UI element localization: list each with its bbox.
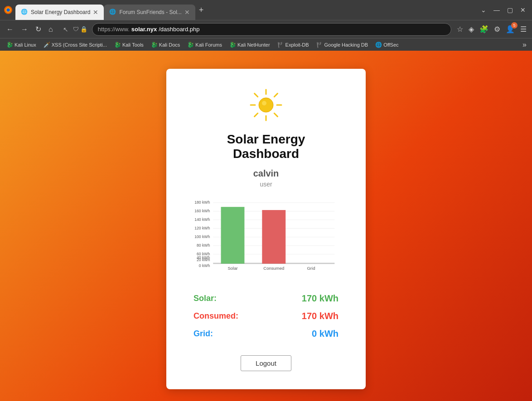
svg-point-11 bbox=[259, 98, 273, 112]
dashboard-title: Solar Energy Dashboard bbox=[193, 132, 339, 161]
logout-button[interactable]: Logout bbox=[241, 355, 291, 371]
xss-icon: 🗡️ bbox=[44, 42, 50, 48]
back-button[interactable]: ← bbox=[4, 24, 16, 35]
tab-forum-sunfriends[interactable]: 🌐 Forum SunFriends - Sol... ✕ bbox=[104, 5, 195, 20]
bookmark-kali-forums[interactable]: 🐉 Kali Forums bbox=[184, 41, 225, 49]
grid-metric-row: Grid: 0 kWh bbox=[193, 325, 339, 343]
url-domain: solar.nyx bbox=[131, 26, 157, 33]
kali-nethunter-icon: 🐉 bbox=[229, 42, 236, 48]
svg-line-8 bbox=[274, 113, 277, 116]
offsec-icon: 🌐 bbox=[375, 42, 382, 48]
solar-bar bbox=[221, 207, 245, 263]
tab1-favicon: 🌐 bbox=[21, 9, 28, 16]
tab-solar-dashboard[interactable]: 🌐 Solar Energy Dashboard ✕ bbox=[15, 5, 104, 20]
address-bar[interactable]: https://www.solar.nyx/dashboard.php bbox=[92, 23, 451, 36]
svg-text:Grid: Grid bbox=[307, 266, 315, 271]
bookmark-google-hacking[interactable]: 🏴 Google Hacking DB bbox=[314, 41, 371, 49]
forward-button[interactable]: → bbox=[18, 24, 31, 35]
bookmark-offsec[interactable]: 🌐 OffSec bbox=[372, 41, 401, 49]
tab-list-button[interactable]: ⌄ bbox=[478, 5, 489, 14]
consumed-bar bbox=[262, 210, 285, 263]
grid-value: 0 kWh bbox=[312, 329, 339, 339]
svg-text:140 kWh: 140 kWh bbox=[194, 217, 210, 222]
browser-chrome: 🌐 Solar Energy Dashboard ✕ 🌐 Forum SunFr… bbox=[0, 0, 532, 51]
close-button[interactable]: ✕ bbox=[517, 5, 528, 14]
sun-icon-container bbox=[193, 87, 339, 125]
menu-button[interactable]: ☰ bbox=[518, 23, 528, 35]
svg-text:0 kWh: 0 kWh bbox=[199, 263, 210, 268]
lock-icon: 🔒 bbox=[80, 26, 87, 33]
notifications-button[interactable]: 👤 5 bbox=[504, 23, 517, 35]
dashboard-card: Solar Energy Dashboard calvin user 180 k… bbox=[166, 69, 366, 389]
svg-line-7 bbox=[255, 94, 258, 97]
svg-line-9 bbox=[274, 94, 277, 97]
navigation-toolbar: ← → ↻ ⌂ ↖ 🛡 🔒 https://www.solar.nyx/dash… bbox=[0, 20, 532, 38]
new-tab-button[interactable]: + bbox=[195, 4, 208, 17]
solar-metric-row: Solar: 170 kWh bbox=[193, 290, 339, 307]
sun-icon bbox=[248, 87, 284, 123]
extensions-button[interactable]: 🧩 bbox=[478, 23, 490, 35]
svg-text:120 kWh: 120 kWh bbox=[194, 226, 210, 230]
chart-container: 180 kWh 160 kWh 140 kWh 120 kWh 100 kWh … bbox=[193, 199, 339, 279]
pocket-button[interactable]: ◈ bbox=[467, 23, 476, 35]
tab1-title: Solar Energy Dashboard bbox=[31, 9, 90, 15]
svg-text:20 kWh: 20 kWh bbox=[197, 258, 210, 262]
bookmark-kali-linux-label: Kali Linux bbox=[15, 42, 36, 48]
kali-linux-icon: 🐉 bbox=[6, 42, 13, 48]
cursor-icon: ↖ bbox=[63, 26, 68, 33]
kali-docs-icon: 🐉 bbox=[151, 42, 158, 48]
svg-text:Consumed: Consumed bbox=[263, 266, 284, 271]
tab1-close[interactable]: ✕ bbox=[93, 9, 98, 16]
bookmark-xss[interactable]: 🗡️ XSS (Cross Site Scripti... bbox=[41, 41, 110, 49]
bookmark-kali-docs[interactable]: 🐉 Kali Docs bbox=[148, 41, 183, 49]
maximize-button[interactable]: ▢ bbox=[504, 5, 516, 14]
bookmark-kali-tools[interactable]: 🐉 Kali Tools bbox=[111, 41, 146, 49]
firefox-icon bbox=[4, 5, 13, 14]
svg-text:80 kWh: 80 kWh bbox=[197, 243, 210, 248]
bookmark-kali-linux[interactable]: 🐉 Kali Linux bbox=[4, 41, 39, 49]
consumed-value: 170 kWh bbox=[302, 311, 339, 321]
shield-icon: 🛡 bbox=[73, 26, 79, 33]
svg-point-12 bbox=[262, 101, 266, 105]
url-path: /dashboard.php bbox=[159, 26, 199, 33]
username-display: calvin bbox=[193, 168, 339, 179]
tab2-close[interactable]: ✕ bbox=[184, 9, 190, 16]
data-metrics: Solar: 170 kWh Consumed: 170 kWh Grid: 0… bbox=[193, 290, 339, 343]
svg-text:160 kWh: 160 kWh bbox=[194, 209, 210, 213]
bookmark-kali-forums-label: Kali Forums bbox=[195, 42, 222, 48]
bar-chart: 180 kWh 160 kWh 140 kWh 120 kWh 100 kWh … bbox=[193, 199, 339, 277]
solar-label: Solar: bbox=[193, 294, 217, 303]
svg-text:Solar: Solar bbox=[227, 266, 237, 271]
bookmark-star-button[interactable]: ☆ bbox=[455, 23, 465, 35]
bookmark-google-hacking-label: Google Hacking DB bbox=[324, 42, 368, 48]
tab-list: 🌐 Solar Energy Dashboard ✕ 🌐 Forum SunFr… bbox=[15, 0, 474, 20]
tab2-title: Forum SunFriends - Sol... bbox=[119, 9, 181, 15]
bookmark-xss-label: XSS (Cross Site Scripti... bbox=[52, 42, 107, 48]
bookmark-kali-nethunter-label: Kali NetHunter bbox=[237, 42, 270, 48]
tab-strip: 🌐 Solar Energy Dashboard ✕ 🌐 Forum SunFr… bbox=[0, 0, 532, 20]
svg-text:180 kWh: 180 kWh bbox=[194, 200, 210, 205]
solar-value: 170 kWh bbox=[302, 293, 339, 304]
bookmark-kali-tools-label: Kali Tools bbox=[122, 42, 144, 48]
toolbar-actions: ☆ ◈ 🧩 ⚙ 👤 5 ☰ bbox=[455, 23, 528, 35]
settings-button[interactable]: ⚙ bbox=[492, 23, 502, 35]
bookmarks-more-button[interactable]: » bbox=[521, 40, 528, 50]
bookmarks-bar: 🐉 Kali Linux 🗡️ XSS (Cross Site Scripti.… bbox=[0, 38, 532, 51]
reload-button[interactable]: ↻ bbox=[33, 23, 44, 35]
bookmark-exploit-db[interactable]: 🏴 Exploit-DB bbox=[275, 41, 312, 49]
user-role-display: user bbox=[193, 181, 339, 188]
bookmark-kali-nethunter[interactable]: 🐉 Kali NetHunter bbox=[227, 41, 273, 49]
kali-tools-icon: 🐉 bbox=[114, 42, 121, 48]
minimize-button[interactable]: — bbox=[491, 5, 503, 14]
svg-line-10 bbox=[255, 113, 258, 116]
page-content: Solar Energy Dashboard calvin user 180 k… bbox=[0, 51, 532, 401]
google-hacking-icon: 🏴 bbox=[316, 42, 323, 48]
tab2-favicon: 🌐 bbox=[109, 9, 116, 16]
window-controls: ⌄ — ▢ ✕ bbox=[478, 5, 528, 14]
svg-text:100 kWh: 100 kWh bbox=[194, 234, 210, 239]
security-icons: 🛡 🔒 bbox=[70, 26, 90, 33]
grid-label: Grid: bbox=[193, 329, 213, 339]
svg-point-2 bbox=[7, 9, 10, 12]
home-button[interactable]: ⌂ bbox=[46, 24, 56, 35]
notification-badge: 5 bbox=[511, 22, 517, 29]
